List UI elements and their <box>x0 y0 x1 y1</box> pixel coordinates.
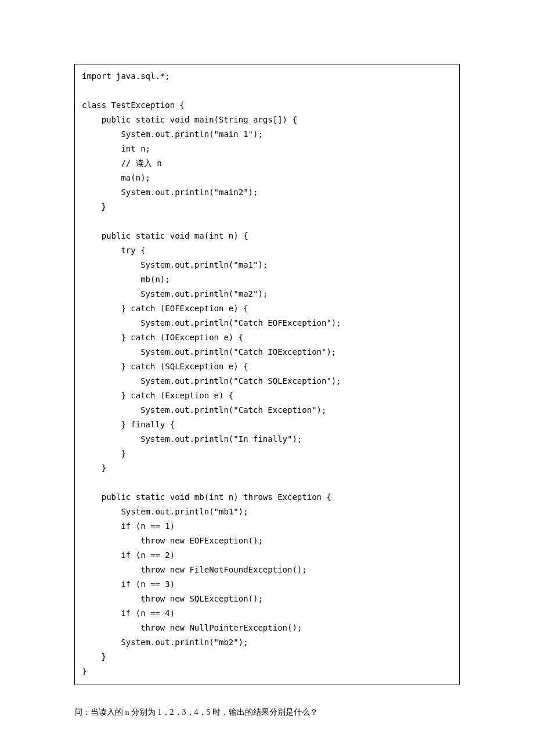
code-block: import java.sql.*; class TestException {… <box>82 69 452 679</box>
document-page: import java.sql.*; class TestException {… <box>0 64 534 719</box>
code-block-container: import java.sql.*; class TestException {… <box>74 64 460 685</box>
question-text: 问：当读入的 n 分别为 1，2，3，4，5 时，输出的结果分别是什么？ <box>74 705 460 719</box>
